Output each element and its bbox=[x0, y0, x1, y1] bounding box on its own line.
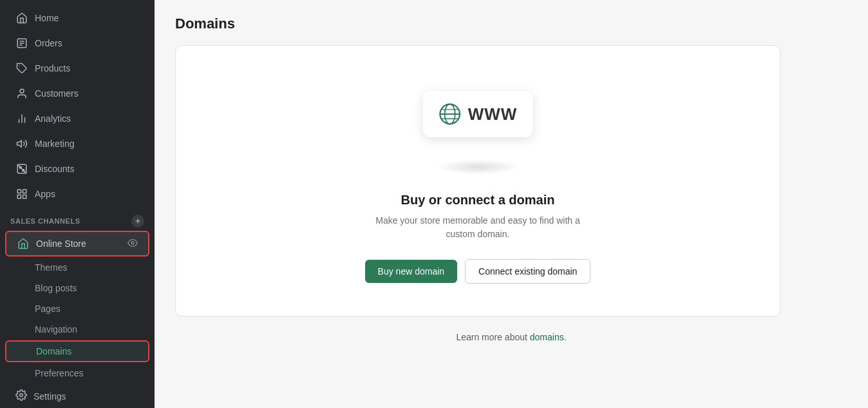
globe-icon bbox=[439, 102, 462, 126]
sidebar-item-settings[interactable]: Settings bbox=[5, 384, 149, 408]
sidebar-item-orders-label: Orders bbox=[35, 38, 62, 48]
sidebar-item-marketing-label: Marketing bbox=[35, 139, 74, 149]
analytics-icon bbox=[15, 112, 28, 125]
sidebar-item-marketing[interactable]: Marketing bbox=[5, 131, 149, 156]
customers-icon bbox=[15, 87, 28, 100]
svg-line-12 bbox=[17, 164, 26, 173]
sidebar-subitem-preferences[interactable]: Preferences bbox=[5, 364, 149, 383]
preferences-label: Preferences bbox=[35, 368, 83, 378]
settings-label: Settings bbox=[33, 391, 66, 402]
sidebar-item-discounts-label: Discounts bbox=[35, 164, 74, 174]
pages-label: Pages bbox=[35, 304, 61, 314]
sidebar-item-analytics[interactable]: Analytics bbox=[5, 106, 149, 131]
themes-label: Themes bbox=[35, 262, 68, 273]
blog-posts-label: Blog posts bbox=[35, 283, 77, 293]
orders-icon bbox=[15, 37, 28, 50]
sidebar: Home Orders Products bbox=[0, 0, 155, 408]
svg-rect-14 bbox=[17, 189, 21, 193]
navigation-label: Navigation bbox=[35, 324, 77, 335]
sidebar-item-customers[interactable]: Customers bbox=[5, 81, 149, 106]
sidebar-item-analytics-label: Analytics bbox=[35, 113, 71, 124]
home-icon bbox=[15, 12, 28, 24]
apps-icon bbox=[15, 188, 28, 200]
online-store-icon bbox=[17, 237, 30, 250]
sidebar-item-online-store[interactable]: Online Store bbox=[5, 231, 149, 257]
www-text: WWW bbox=[468, 104, 518, 124]
sidebar-item-home[interactable]: Home bbox=[5, 6, 149, 30]
svg-marker-9 bbox=[17, 141, 22, 148]
page-title: Domains bbox=[175, 15, 847, 32]
connect-existing-domain-button[interactable]: Connect existing domain bbox=[465, 259, 590, 284]
svg-rect-15 bbox=[23, 189, 26, 193]
sidebar-item-discounts[interactable]: Discounts bbox=[5, 157, 149, 181]
sidebar-item-apps-label: Apps bbox=[35, 189, 55, 199]
domain-illustration: WWW bbox=[426, 84, 529, 175]
sidebar-item-customers-label: Customers bbox=[35, 88, 79, 99]
learn-more-link[interactable]: domains bbox=[530, 332, 564, 342]
sidebar-item-apps[interactable]: Apps bbox=[5, 182, 149, 206]
card-subtitle: Make your store memorable and easy to fi… bbox=[375, 214, 581, 241]
discounts-icon bbox=[15, 162, 28, 175]
sidebar-item-orders[interactable]: Orders bbox=[5, 31, 149, 55]
add-sales-channel-button[interactable] bbox=[131, 215, 144, 228]
sidebar-item-products-label: Products bbox=[35, 63, 70, 73]
svg-rect-16 bbox=[23, 195, 26, 199]
sidebar-subitem-navigation[interactable]: Navigation bbox=[5, 320, 149, 339]
products-icon bbox=[15, 62, 28, 75]
sidebar-subitem-domains[interactable]: Domains bbox=[5, 340, 149, 362]
www-box: WWW bbox=[423, 91, 533, 137]
domain-card: WWW Buy or connect a domain Make your st… bbox=[175, 45, 780, 316]
svg-rect-17 bbox=[17, 195, 21, 199]
svg-point-5 bbox=[20, 89, 24, 93]
sidebar-subitem-themes[interactable]: Themes bbox=[5, 258, 149, 277]
card-buttons: Buy new domain Connect existing domain bbox=[365, 259, 591, 284]
main-content: Domains WWW Buy or connect a domain Make… bbox=[155, 0, 868, 408]
sales-channels-section: SALES CHANNELS bbox=[0, 207, 155, 230]
marketing-icon bbox=[15, 137, 28, 150]
svg-point-21 bbox=[20, 394, 23, 397]
sidebar-subitem-blog-posts[interactable]: Blog posts bbox=[5, 278, 149, 298]
card-title: Buy or connect a domain bbox=[401, 193, 555, 208]
svg-point-20 bbox=[131, 242, 134, 244]
online-store-label: Online Store bbox=[36, 238, 86, 249]
sidebar-item-products[interactable]: Products bbox=[5, 56, 149, 81]
sidebar-subitem-pages[interactable]: Pages bbox=[5, 299, 149, 318]
buy-new-domain-button[interactable]: Buy new domain bbox=[365, 260, 458, 283]
settings-icon bbox=[15, 389, 27, 403]
learn-more-text: Learn more about domains. bbox=[175, 332, 847, 342]
domains-label: Domains bbox=[36, 346, 71, 356]
sidebar-item-home-label: Home bbox=[35, 13, 59, 23]
preview-icon[interactable] bbox=[127, 238, 138, 250]
sales-channels-label: SALES CHANNELS bbox=[10, 217, 80, 225]
